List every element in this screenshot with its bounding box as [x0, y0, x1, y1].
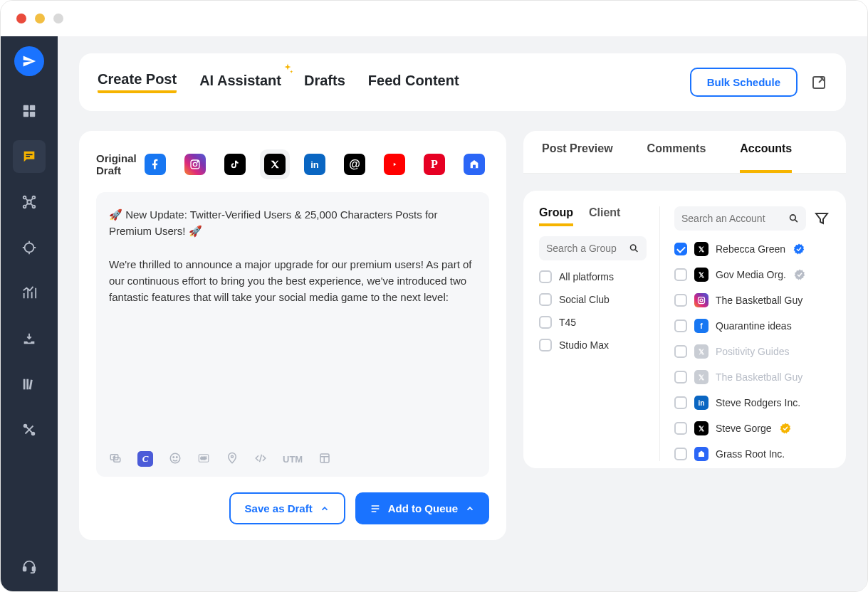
checkbox[interactable] — [674, 396, 687, 409]
nav-dashboard[interactable] — [13, 95, 46, 127]
checkbox[interactable] — [674, 243, 687, 255]
checkbox[interactable] — [674, 319, 687, 332]
ig-icon — [694, 293, 708, 307]
tab-feed-content[interactable]: Feed Content — [368, 73, 459, 92]
group-search[interactable] — [539, 236, 647, 260]
gb-icon — [694, 447, 708, 461]
svg-point-15 — [24, 425, 27, 428]
tab-ai-assistant[interactable]: AI Assistant — [199, 73, 281, 92]
checkbox[interactable] — [674, 345, 687, 358]
svg-rect-18 — [33, 567, 36, 571]
th-icon: @ — [344, 154, 365, 175]
platform-th[interactable]: @ — [340, 149, 370, 179]
account-row[interactable]: 𝕏Steve Gorge — [674, 421, 830, 435]
editor-text: 🚀 New Update: Twitter-Verified Users & 2… — [109, 206, 476, 306]
platform-pi[interactable]: P — [419, 149, 449, 179]
svg-point-11 — [25, 243, 34, 253]
account-row[interactable]: inSteve Rodgers Inc. — [674, 396, 830, 410]
tab-accounts[interactable]: Accounts — [740, 142, 792, 173]
save-draft-button[interactable]: Save as Draft — [229, 492, 345, 524]
group-label: T45 — [559, 317, 576, 328]
svg-point-33 — [631, 245, 636, 250]
checkbox[interactable] — [674, 448, 687, 460]
add-to-queue-button[interactable]: Add to Queue — [355, 492, 489, 524]
x-icon: 𝕏 — [694, 344, 708, 359]
checkbox[interactable] — [539, 270, 552, 283]
verified-badge-icon — [793, 243, 805, 255]
app-logo[interactable] — [14, 46, 44, 76]
window-min-dot[interactable] — [35, 14, 45, 23]
platform-x[interactable] — [260, 149, 290, 179]
group-row[interactable]: Social Club — [539, 293, 647, 306]
filter-icon[interactable] — [813, 210, 830, 227]
checkbox[interactable] — [539, 316, 552, 329]
original-draft-label: Original Draft — [96, 152, 140, 176]
nav-library[interactable] — [13, 368, 46, 401]
platform-ig[interactable] — [180, 149, 210, 179]
queue-icon — [370, 503, 381, 514]
chevron-up-icon — [465, 504, 475, 514]
utm-tool[interactable]: UTM — [283, 454, 303, 465]
compose-icon[interactable] — [810, 74, 827, 91]
window-max-dot[interactable] — [53, 14, 63, 23]
account-row[interactable]: Grass Root Inc. — [674, 447, 830, 461]
location-tool[interactable] — [226, 452, 239, 467]
subtab-group[interactable]: Group — [539, 206, 573, 226]
group-search-input[interactable] — [546, 243, 623, 254]
account-row[interactable]: fQuarantine ideas — [674, 319, 830, 333]
account-row[interactable]: 𝕏The Basketball Guy — [674, 370, 830, 384]
gif-tool[interactable]: GIF — [197, 452, 210, 467]
li-icon: in — [694, 396, 708, 410]
svg-point-10 — [33, 206, 36, 208]
svg-point-27 — [173, 456, 174, 458]
template-tool[interactable] — [318, 452, 331, 467]
nav-analytics[interactable] — [13, 277, 46, 310]
account-search-input[interactable] — [681, 213, 783, 224]
nav-compose[interactable] — [13, 140, 46, 173]
tab-create-post[interactable]: Create Post — [98, 71, 177, 93]
account-row[interactable]: 𝕏Gov Media Org. — [674, 268, 830, 282]
account-row[interactable]: 𝕏Positivity Guides — [674, 344, 830, 359]
nav-tools[interactable] — [13, 413, 46, 446]
nav-target[interactable] — [13, 231, 46, 264]
group-row[interactable]: T45 — [539, 316, 647, 329]
pi-icon: P — [424, 154, 445, 175]
subtab-client[interactable]: Client — [589, 206, 620, 226]
nav-support[interactable] — [13, 550, 46, 583]
composer-header: Original Draft in@P — [96, 149, 489, 179]
group-row[interactable]: All platforms — [539, 270, 647, 283]
bulk-schedule-button[interactable]: Bulk Schedule — [690, 68, 798, 97]
checkbox[interactable] — [674, 268, 687, 281]
platform-fb[interactable] — [140, 149, 170, 179]
platform-gb[interactable] — [459, 149, 489, 179]
media-tool[interactable] — [109, 452, 122, 467]
tab-drafts[interactable]: Drafts — [304, 73, 345, 92]
svg-rect-4 — [26, 154, 32, 155]
nav-inbox[interactable] — [13, 322, 46, 355]
platform-yt[interactable] — [380, 149, 409, 179]
paper-plane-icon — [22, 54, 36, 68]
account-row[interactable]: The Basketball Guy — [674, 293, 830, 307]
app-body: Create Post AI Assistant Drafts Feed Con… — [1, 36, 867, 592]
account-search[interactable] — [674, 206, 806, 231]
nav-share[interactable] — [13, 186, 46, 218]
account-row[interactable]: 𝕏Rebecca Green — [674, 242, 830, 256]
emoji-tool[interactable] — [169, 452, 182, 467]
checkbox[interactable] — [674, 371, 687, 384]
checkbox[interactable] — [674, 294, 687, 307]
platform-tt[interactable] — [220, 149, 250, 179]
group-row[interactable]: Studio Max — [539, 339, 647, 352]
checkbox[interactable] — [539, 293, 552, 306]
li-icon: in — [304, 154, 325, 175]
checkbox[interactable] — [674, 422, 687, 435]
tab-post-preview[interactable]: Post Preview — [542, 142, 613, 173]
tt-icon — [224, 154, 246, 175]
checkbox[interactable] — [539, 339, 552, 352]
accounts-section: 𝕏Rebecca Green𝕏Gov Media Org.The Basketb… — [660, 206, 830, 461]
code-tool[interactable] — [254, 452, 267, 467]
tab-comments[interactable]: Comments — [647, 142, 706, 173]
canva-tool[interactable]: C — [137, 451, 153, 467]
platform-li[interactable]: in — [300, 149, 330, 179]
window-close-dot[interactable] — [16, 14, 26, 23]
post-editor[interactable]: 🚀 New Update: Twitter-Verified Users & 2… — [96, 192, 489, 477]
